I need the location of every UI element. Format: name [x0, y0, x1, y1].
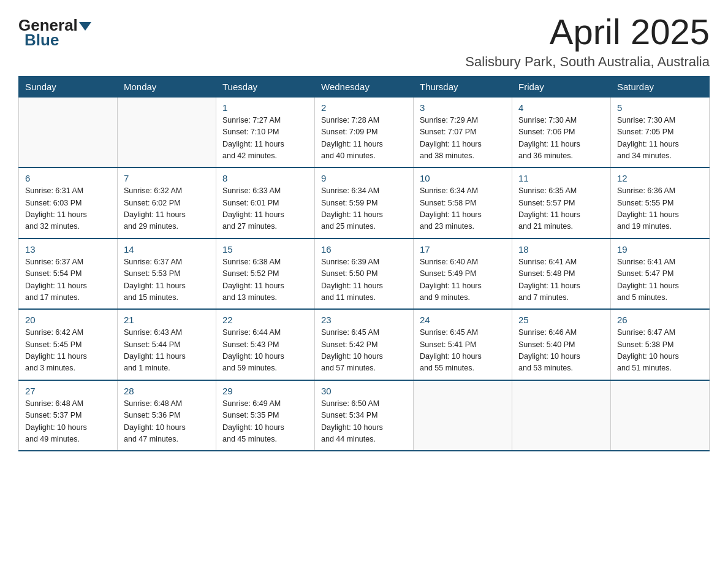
calendar-cell: 23Sunrise: 6:45 AMSunset: 5:42 PMDayligh… — [315, 309, 414, 380]
day-info: Sunrise: 6:47 AMSunset: 5:38 PMDaylight:… — [617, 327, 703, 375]
day-info: Sunrise: 6:43 AMSunset: 5:44 PMDaylight:… — [124, 327, 210, 375]
day-info: Sunrise: 6:39 AMSunset: 5:50 PMDaylight:… — [321, 256, 407, 304]
calendar-cell: 18Sunrise: 6:41 AMSunset: 5:48 PMDayligh… — [512, 239, 611, 310]
calendar-cell: 21Sunrise: 6:43 AMSunset: 5:44 PMDayligh… — [118, 309, 216, 380]
calendar-cell — [512, 380, 611, 451]
day-number: 11 — [518, 173, 604, 183]
day-info: Sunrise: 6:49 AMSunset: 5:35 PMDaylight:… — [222, 398, 308, 446]
day-info: Sunrise: 7:30 AMSunset: 7:05 PMDaylight:… — [617, 115, 703, 163]
calendar-cell: 25Sunrise: 6:46 AMSunset: 5:40 PMDayligh… — [512, 309, 611, 380]
day-number: 29 — [222, 386, 308, 396]
calendar-week-row: 6Sunrise: 6:31 AMSunset: 6:03 PMDaylight… — [19, 167, 710, 239]
calendar-cell: 30Sunrise: 6:50 AMSunset: 5:34 PMDayligh… — [315, 380, 414, 451]
calendar-cell — [611, 380, 710, 451]
day-info: Sunrise: 6:42 AMSunset: 5:45 PMDaylight:… — [25, 327, 111, 375]
calendar-cell: 26Sunrise: 6:47 AMSunset: 5:38 PMDayligh… — [611, 309, 710, 380]
day-info: Sunrise: 6:44 AMSunset: 5:43 PMDaylight:… — [222, 327, 308, 375]
calendar-cell — [118, 97, 216, 167]
day-number: 7 — [124, 173, 210, 183]
calendar-cell: 20Sunrise: 6:42 AMSunset: 5:45 PMDayligh… — [19, 309, 118, 380]
calendar-weekday-monday: Monday — [118, 76, 216, 97]
day-info: Sunrise: 6:40 AMSunset: 5:49 PMDaylight:… — [420, 256, 506, 304]
calendar-cell: 17Sunrise: 6:40 AMSunset: 5:49 PMDayligh… — [414, 239, 512, 310]
day-info: Sunrise: 7:27 AMSunset: 7:10 PMDaylight:… — [222, 115, 308, 163]
calendar-header: SundayMondayTuesdayWednesdayThursdayFrid… — [19, 76, 710, 97]
day-info: Sunrise: 6:46 AMSunset: 5:40 PMDaylight:… — [518, 327, 604, 375]
calendar-cell: 24Sunrise: 6:45 AMSunset: 5:41 PMDayligh… — [414, 309, 512, 380]
day-number: 18 — [518, 244, 604, 255]
day-number: 6 — [25, 173, 111, 183]
logo-arrow-icon — [79, 22, 91, 31]
day-info: Sunrise: 7:29 AMSunset: 7:07 PMDaylight:… — [420, 115, 506, 163]
day-number: 28 — [124, 386, 210, 396]
calendar-cell: 4Sunrise: 7:30 AMSunset: 7:06 PMDaylight… — [512, 97, 611, 167]
day-number: 24 — [420, 315, 506, 325]
calendar-cell: 13Sunrise: 6:37 AMSunset: 5:54 PMDayligh… — [19, 239, 118, 310]
calendar-weekday-tuesday: Tuesday — [216, 76, 315, 97]
calendar-cell: 15Sunrise: 6:38 AMSunset: 5:52 PMDayligh… — [216, 239, 315, 310]
day-number: 5 — [617, 102, 703, 113]
calendar-cell: 3Sunrise: 7:29 AMSunset: 7:07 PMDaylight… — [414, 97, 512, 167]
calendar-table: SundayMondayTuesdayWednesdayThursdayFrid… — [18, 76, 710, 452]
day-number: 4 — [518, 102, 604, 113]
calendar-cell — [414, 380, 512, 451]
calendar-cell: 16Sunrise: 6:39 AMSunset: 5:50 PMDayligh… — [315, 239, 414, 310]
day-number: 22 — [222, 315, 308, 325]
day-info: Sunrise: 6:35 AMSunset: 5:57 PMDaylight:… — [518, 185, 604, 233]
day-info: Sunrise: 6:41 AMSunset: 5:47 PMDaylight:… — [617, 256, 703, 304]
page-subtitle: Salisbury Park, South Australia, Austral… — [465, 54, 710, 70]
day-info: Sunrise: 6:48 AMSunset: 5:37 PMDaylight:… — [25, 398, 111, 446]
day-info: Sunrise: 6:48 AMSunset: 5:36 PMDaylight:… — [124, 398, 210, 446]
day-number: 9 — [321, 173, 407, 183]
calendar-week-row: 20Sunrise: 6:42 AMSunset: 5:45 PMDayligh… — [19, 309, 710, 380]
calendar-cell: 29Sunrise: 6:49 AMSunset: 5:35 PMDayligh… — [216, 380, 315, 451]
calendar-weekday-sunday: Sunday — [19, 76, 118, 97]
calendar-weekday-saturday: Saturday — [611, 76, 710, 97]
calendar-cell: 12Sunrise: 6:36 AMSunset: 5:55 PMDayligh… — [611, 167, 710, 239]
day-info: Sunrise: 6:32 AMSunset: 6:02 PMDaylight:… — [124, 185, 210, 233]
day-number: 14 — [124, 244, 210, 255]
day-info: Sunrise: 6:33 AMSunset: 6:01 PMDaylight:… — [222, 185, 308, 233]
calendar-cell: 5Sunrise: 7:30 AMSunset: 7:05 PMDaylight… — [611, 97, 710, 167]
day-info: Sunrise: 6:34 AMSunset: 5:58 PMDaylight:… — [420, 185, 506, 233]
calendar-cell: 1Sunrise: 7:27 AMSunset: 7:10 PMDaylight… — [216, 97, 315, 167]
day-info: Sunrise: 6:36 AMSunset: 5:55 PMDaylight:… — [617, 185, 703, 233]
calendar-cell: 6Sunrise: 6:31 AMSunset: 6:03 PMDaylight… — [19, 167, 118, 239]
day-number: 27 — [25, 386, 111, 396]
day-number: 10 — [420, 173, 506, 183]
day-number: 3 — [420, 102, 506, 113]
calendar-weekday-friday: Friday — [512, 76, 611, 97]
day-info: Sunrise: 6:45 AMSunset: 5:41 PMDaylight:… — [420, 327, 506, 375]
calendar-cell: 28Sunrise: 6:48 AMSunset: 5:36 PMDayligh… — [118, 380, 216, 451]
day-info: Sunrise: 7:30 AMSunset: 7:06 PMDaylight:… — [518, 115, 604, 163]
calendar-weekday-wednesday: Wednesday — [315, 76, 414, 97]
calendar-cell — [19, 97, 118, 167]
day-info: Sunrise: 6:34 AMSunset: 5:59 PMDaylight:… — [321, 185, 407, 233]
calendar-body: 1Sunrise: 7:27 AMSunset: 7:10 PMDaylight… — [19, 97, 710, 451]
day-number: 19 — [617, 244, 703, 255]
calendar-cell: 22Sunrise: 6:44 AMSunset: 5:43 PMDayligh… — [216, 309, 315, 380]
day-number: 30 — [321, 386, 407, 396]
page-title: April 2025 — [465, 12, 710, 52]
day-number: 21 — [124, 315, 210, 325]
logo: General Blue — [18, 17, 91, 50]
day-info: Sunrise: 6:38 AMSunset: 5:52 PMDaylight:… — [222, 256, 308, 304]
day-number: 17 — [420, 244, 506, 255]
calendar-cell: 14Sunrise: 6:37 AMSunset: 5:53 PMDayligh… — [118, 239, 216, 310]
day-number: 13 — [25, 244, 111, 255]
day-number: 23 — [321, 315, 407, 325]
page-header: General Blue April 2025 Salisbury Park, … — [18, 12, 710, 70]
day-number: 20 — [25, 315, 111, 325]
day-info: Sunrise: 6:50 AMSunset: 5:34 PMDaylight:… — [321, 398, 407, 446]
day-number: 8 — [222, 173, 308, 183]
title-block: April 2025 Salisbury Park, South Austral… — [465, 12, 710, 70]
day-number: 1 — [222, 102, 308, 113]
logo-blue-text: Blue — [25, 31, 59, 50]
calendar-header-row: SundayMondayTuesdayWednesdayThursdayFrid… — [19, 76, 710, 97]
calendar-cell: 9Sunrise: 6:34 AMSunset: 5:59 PMDaylight… — [315, 167, 414, 239]
calendar-cell: 27Sunrise: 6:48 AMSunset: 5:37 PMDayligh… — [19, 380, 118, 451]
calendar-week-row: 27Sunrise: 6:48 AMSunset: 5:37 PMDayligh… — [19, 380, 710, 451]
calendar-cell: 7Sunrise: 6:32 AMSunset: 6:02 PMDaylight… — [118, 167, 216, 239]
calendar-week-row: 13Sunrise: 6:37 AMSunset: 5:54 PMDayligh… — [19, 239, 710, 310]
day-info: Sunrise: 6:31 AMSunset: 6:03 PMDaylight:… — [25, 185, 111, 233]
